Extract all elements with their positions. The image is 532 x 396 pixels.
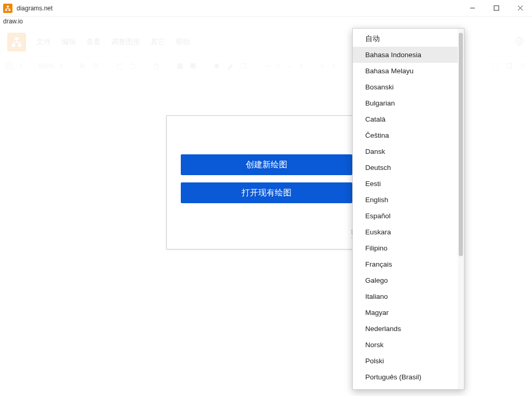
svg-point-7: [516, 37, 524, 45]
language-option[interactable]: Nederlands: [353, 321, 458, 337]
format-panel-icon[interactable]: [505, 62, 513, 70]
language-option[interactable]: English: [353, 192, 458, 208]
language-option[interactable]: Bulgarian: [353, 95, 458, 111]
zoom-level[interactable]: 100%: [38, 62, 54, 70]
language-option[interactable]: Dansk: [353, 143, 458, 160]
undo-icon[interactable]: [115, 62, 124, 70]
language-option[interactable]: Čeština: [353, 127, 458, 143]
language-list: 自动Bahasa IndonesiaBahasa MelayuBosanskiB…: [353, 29, 458, 389]
redo-icon[interactable]: [129, 62, 137, 70]
open-existing-button[interactable]: 打开现有绘图: [181, 182, 352, 203]
window-controls: [460, 0, 532, 16]
language-option[interactable]: Magyar: [353, 305, 458, 321]
document-subtitle: draw.io: [0, 17, 532, 27]
language-option[interactable]: Filipino: [353, 240, 458, 256]
menu-edit[interactable]: 编辑: [61, 37, 76, 47]
language-option[interactable]: Bahasa Melayu: [353, 63, 458, 79]
delete-icon[interactable]: [152, 62, 161, 70]
svg-rect-13: [191, 63, 195, 68]
svg-rect-12: [177, 63, 181, 68]
line-color-icon[interactable]: [226, 62, 234, 70]
menu-arrange[interactable]: 调整图形: [111, 37, 140, 47]
svg-rect-2: [9, 9, 11, 11]
language-option[interactable]: Italiano: [353, 288, 458, 305]
language-option[interactable]: Português (Brasil): [353, 369, 458, 385]
menubar: 文件 编辑 查看 调整图形 其它 帮助: [36, 37, 190, 47]
language-option[interactable]: 自动: [353, 31, 458, 47]
view-dropdown-icon[interactable]: [5, 62, 14, 70]
svg-rect-1: [5, 9, 7, 11]
language-dropdown: 自动Bahasa IndonesiaBahasa MelayuBosanskiB…: [352, 28, 464, 390]
scrollbar-thumb[interactable]: [459, 33, 463, 256]
svg-point-9: [80, 63, 84, 68]
language-option[interactable]: Norsk: [353, 337, 458, 353]
zoom-out-icon[interactable]: [92, 62, 100, 70]
svg-rect-14: [192, 64, 196, 69]
language-option[interactable]: Deutsch: [353, 160, 458, 176]
maximize-button[interactable]: [484, 0, 508, 16]
language-option[interactable]: Español: [353, 208, 458, 224]
svg-rect-6: [18, 44, 21, 47]
language-option[interactable]: Eesti: [353, 176, 458, 192]
fill-color-icon[interactable]: [212, 62, 221, 70]
svg-rect-0: [7, 6, 9, 7]
window-title: diagrams.net: [17, 5, 52, 12]
svg-rect-11: [178, 64, 182, 69]
zoom-in-icon[interactable]: [78, 62, 87, 70]
welcome-dialog: 创建新绘图 打开现有绘图 语言: [166, 115, 366, 249]
fullscreen-icon[interactable]: [491, 62, 500, 70]
create-new-button[interactable]: 创建新绘图: [181, 154, 352, 175]
menu-help[interactable]: 帮助: [176, 37, 190, 47]
minimize-button[interactable]: [460, 0, 484, 16]
to-front-icon[interactable]: [176, 62, 184, 70]
language-option[interactable]: Português (Portugal): [353, 385, 458, 389]
logo-icon: [7, 33, 26, 51]
svg-rect-8: [6, 63, 12, 69]
window-titlebar: diagrams.net: [0, 0, 532, 17]
language-option[interactable]: Euskara: [353, 224, 458, 240]
language-option[interactable]: Bosanski: [353, 79, 458, 95]
svg-rect-16: [507, 63, 512, 69]
waypoint-icon[interactable]: [285, 62, 294, 70]
language-option[interactable]: Català: [353, 111, 458, 127]
language-option[interactable]: Bahasa Indonesia: [353, 47, 458, 63]
shadow-icon[interactable]: [240, 62, 248, 70]
svg-rect-15: [241, 63, 246, 68]
language-option[interactable]: Galego: [353, 272, 458, 288]
close-button[interactable]: [508, 0, 532, 16]
collapse-icon[interactable]: [518, 62, 527, 70]
menu-file[interactable]: 文件: [36, 37, 51, 47]
app-icon: [3, 4, 12, 13]
language-option[interactable]: Français: [353, 256, 458, 272]
svg-rect-5: [12, 44, 15, 47]
svg-point-10: [94, 63, 98, 68]
svg-rect-4: [15, 37, 18, 40]
language-scrollbar[interactable]: [458, 29, 464, 389]
language-option[interactable]: Polski: [353, 353, 458, 369]
svg-rect-3: [494, 6, 499, 10]
connection-icon[interactable]: [263, 62, 271, 70]
menu-view[interactable]: 查看: [86, 37, 101, 47]
menu-extras[interactable]: 其它: [151, 37, 165, 47]
to-back-icon[interactable]: [189, 62, 197, 70]
language-icon[interactable]: [514, 36, 525, 48]
add-icon[interactable]: [318, 62, 326, 70]
